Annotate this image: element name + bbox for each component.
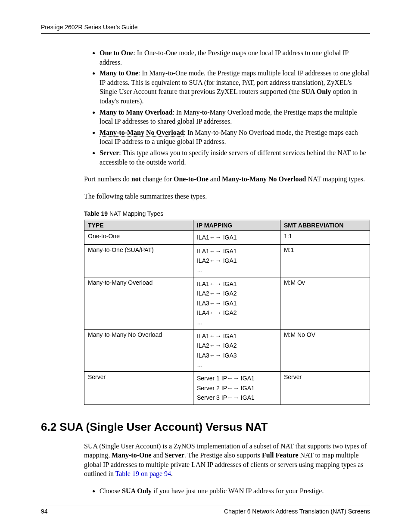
term: Many to Many Overload bbox=[100, 109, 172, 116]
list-item: Many to One: In Many-to-One mode, the Pr… bbox=[100, 68, 370, 106]
bold-mid: SUA Only bbox=[302, 88, 331, 95]
term: One to One bbox=[100, 49, 133, 56]
cell-type: Server bbox=[84, 372, 193, 404]
cell-abbr: Server bbox=[280, 372, 370, 404]
desc: : This type allows you to specify inside… bbox=[100, 149, 366, 166]
table-row: One-to-OneILA1←→ IGA11:1 bbox=[84, 231, 370, 244]
cell-abbr: M:M Ov bbox=[280, 277, 370, 329]
sua-para: SUA (Single User Account) is a ZyNOS imp… bbox=[84, 442, 370, 479]
section-body: SUA (Single User Account) is a ZyNOS imp… bbox=[84, 442, 370, 496]
sua-choice-list: Choose SUA Only if you have just one pub… bbox=[84, 486, 370, 496]
list-item: Choose SUA Only if you have just one pub… bbox=[100, 486, 370, 496]
term: Server bbox=[100, 149, 119, 156]
list-item: One to One: In One-to-One mode, the Pres… bbox=[100, 48, 370, 67]
cell-mapping: Server 1 IP←→ IGA1Server 2 IP←→ IGA1Serv… bbox=[193, 372, 280, 404]
cell-abbr: 1:1 bbox=[280, 231, 370, 244]
cell-type: Many-to-One (SUA/PAT) bbox=[84, 244, 193, 277]
section-heading: 6.2 SUA (Single User Account) Versus NAT bbox=[41, 420, 370, 434]
page-number: 94 bbox=[41, 508, 48, 515]
running-header: Prestige 2602R Series User's Guide bbox=[41, 24, 370, 34]
col-type: TYPE bbox=[84, 220, 193, 231]
list-item: Many-to-Many No Overload: In Many-to-Man… bbox=[100, 128, 370, 146]
summary-para: The following table summarizes these typ… bbox=[84, 192, 370, 201]
port-numbers-para: Port numbers do not change for One-to-On… bbox=[84, 174, 370, 184]
term: Many-to-Many No Overload bbox=[100, 129, 184, 137]
page-footer: 94 Chapter 6 Network Address Translation… bbox=[41, 505, 370, 515]
col-ip-mapping: IP MAPPING bbox=[193, 220, 280, 231]
nat-types-list: One to One: In One-to-One mode, the Pres… bbox=[84, 48, 370, 167]
table-row: Many-to-Many OverloadILA1←→ IGA1ILA2←→ I… bbox=[84, 277, 370, 329]
body-content: One to One: In One-to-One mode, the Pres… bbox=[84, 48, 370, 405]
chapter-title: Chapter 6 Network Address Translation (N… bbox=[224, 508, 370, 515]
table-row: Many-to-One (SUA/PAT)ILA1←→ IGA1ILA2←→ I… bbox=[84, 244, 370, 277]
table-header-row: TYPE IP MAPPING SMT ABBREVIATION bbox=[84, 220, 370, 231]
cell-mapping: ILA1←→ IGA1ILA2←→ IGA1… bbox=[193, 244, 280, 277]
table-row: Many-to-Many No OverloadILA1←→ IGA1ILA2←… bbox=[84, 329, 370, 372]
desc: : In One-to-One mode, the Prestige maps … bbox=[100, 49, 349, 66]
table-caption: Table 19 NAT Mapping Types bbox=[84, 210, 370, 217]
list-item: Many to Many Overload: In Many-to-Many O… bbox=[100, 108, 370, 126]
nat-mapping-table: TYPE IP MAPPING SMT ABBREVIATION One-to-… bbox=[84, 220, 370, 404]
cell-mapping: ILA1←→ IGA1 bbox=[193, 231, 280, 244]
page: Prestige 2602R Series User's Guide One t… bbox=[0, 0, 411, 532]
cross-ref-link[interactable]: Table 19 on page 94 bbox=[115, 470, 171, 477]
cell-mapping: ILA1←→ IGA1ILA2←→ IGA2ILA3←→ IGA3… bbox=[193, 329, 280, 372]
cell-type: Many-to-Many No Overload bbox=[84, 329, 193, 372]
cell-type: One-to-One bbox=[84, 231, 193, 244]
term: Many to One bbox=[100, 69, 138, 77]
cell-type: Many-to-Many Overload bbox=[84, 277, 193, 329]
cell-mapping: ILA1←→ IGA1ILA2←→ IGA2ILA3←→ IGA1ILA4←→ … bbox=[193, 277, 280, 329]
table-row: ServerServer 1 IP←→ IGA1Server 2 IP←→ IG… bbox=[84, 372, 370, 404]
col-smt-abbr: SMT ABBREVIATION bbox=[280, 220, 370, 231]
cell-abbr: M:1 bbox=[280, 244, 370, 277]
list-item: Server: This type allows you to specify … bbox=[100, 148, 370, 167]
cell-abbr: M:M No OV bbox=[280, 329, 370, 372]
